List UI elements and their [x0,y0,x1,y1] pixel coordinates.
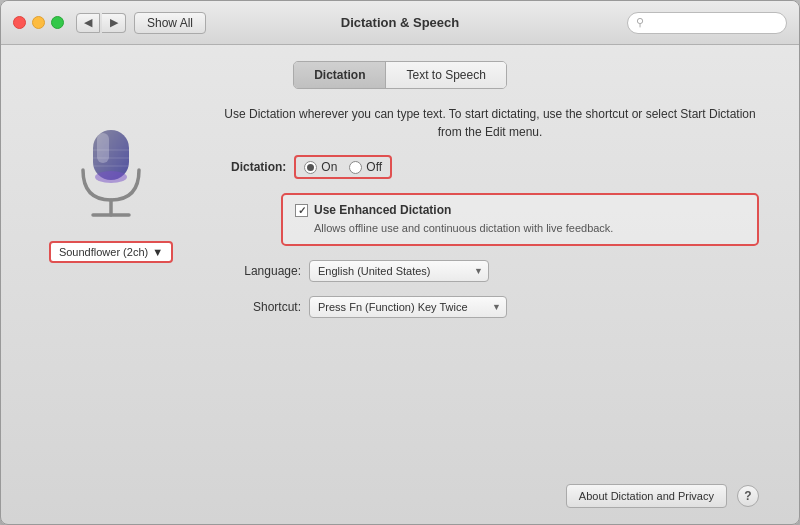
enhanced-dictation-box: ✓ Use Enhanced Dictation Allows offline … [281,193,759,246]
dropdown-arrow-icon: ▼ [152,246,163,258]
window-title: Dictation & Speech [341,15,459,30]
bottom-actions: About Dictation and Privacy ? [201,474,779,508]
enhanced-description: Allows offline use and continuous dictat… [295,221,745,236]
on-label: On [321,160,337,174]
language-select[interactable]: English (United States) English (United … [309,260,489,282]
show-all-button[interactable]: Show All [134,12,206,34]
tab-group: Dictation Text to Speech [293,61,507,89]
tab-bar: Dictation Text to Speech [21,61,779,89]
tab-dictation[interactable]: Dictation [294,62,386,88]
radio-off-option[interactable]: Off [349,160,382,174]
titlebar: ◀ ▶ Show All Dictation & Speech ⚲ [1,1,799,45]
content-area: Dictation Text to Speech [1,45,799,524]
microphone-icon [71,125,151,225]
close-button[interactable] [13,16,26,29]
svg-point-7 [95,171,127,183]
dictation-toggle-row: Dictation: On Off [201,155,779,179]
enhanced-title-label: Use Enhanced Dictation [314,203,451,217]
radio-off-button[interactable] [349,161,362,174]
search-icon: ⚲ [636,16,644,29]
radio-on-option[interactable]: On [304,160,337,174]
system-preferences-window: ◀ ▶ Show All Dictation & Speech ⚲ Dictat… [0,0,800,525]
shortcut-label: Shortcut: [221,300,301,314]
dictation-controls: On Off [294,155,392,179]
source-label: Soundflower (2ch) [59,246,148,258]
enhanced-title-row: ✓ Use Enhanced Dictation [295,203,745,217]
minimize-button[interactable] [32,16,45,29]
forward-button[interactable]: ▶ [102,13,126,33]
enhanced-checkbox[interactable]: ✓ [295,204,308,217]
shortcut-select-wrapper: Press Fn (Function) Key Twice Press Left… [309,296,507,318]
right-panel: Use Dictation wherever you can type text… [201,105,779,508]
main-layout: Soundflower (2ch) ▼ Use Dictation wherev… [21,105,779,508]
maximize-button[interactable] [51,16,64,29]
radio-on-button[interactable] [304,161,317,174]
dictation-field-label: Dictation: [231,160,286,174]
language-row: Language: English (United States) Englis… [201,260,779,282]
privacy-button[interactable]: About Dictation and Privacy [566,484,727,508]
source-dropdown[interactable]: Soundflower (2ch) ▼ [49,241,173,263]
shortcut-row: Shortcut: Press Fn (Function) Key Twice … [201,296,779,318]
shortcut-select[interactable]: Press Fn (Function) Key Twice Press Left… [309,296,507,318]
off-label: Off [366,160,382,174]
back-button[interactable]: ◀ [76,13,100,33]
help-button[interactable]: ? [737,485,759,507]
search-box[interactable]: ⚲ [627,12,787,34]
nav-buttons: ◀ ▶ [76,13,126,33]
tab-text-to-speech[interactable]: Text to Speech [386,62,505,88]
traffic-lights [13,16,64,29]
search-input[interactable] [648,17,778,29]
language-label: Language: [221,264,301,278]
language-select-wrapper: English (United States) English (United … [309,260,489,282]
description-text: Use Dictation wherever you can type text… [201,105,779,141]
left-panel: Soundflower (2ch) ▼ [21,105,201,508]
